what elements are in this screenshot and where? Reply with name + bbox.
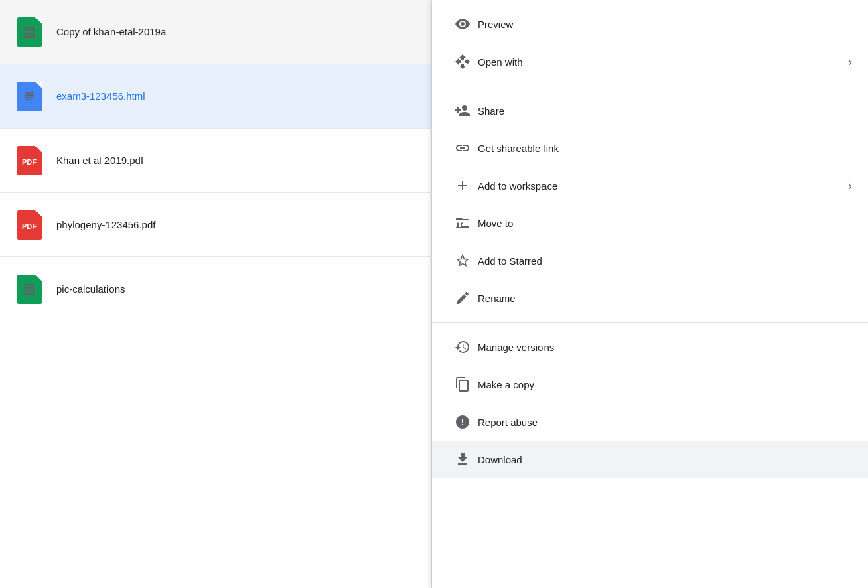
- download-menu-item[interactable]: Download: [432, 441, 868, 478]
- person-add-icon: [448, 102, 478, 119]
- file-name: pic-calculations: [56, 283, 125, 295]
- make-copy-label: Make a copy: [478, 379, 852, 390]
- history-icon: [448, 339, 478, 355]
- move-icon: [448, 54, 478, 70]
- add-starred-label: Add to Starred: [478, 255, 852, 267]
- folder-move-icon: [448, 215, 478, 231]
- svg-rect-2: [24, 32, 35, 34]
- context-menu: Preview Open with › Share: [432, 0, 868, 588]
- move-to-label: Move to: [478, 218, 852, 229]
- file-type-icon: PDF: [16, 212, 43, 238]
- menu-section-3: Manage versions Make a copy Report abuse: [432, 322, 868, 484]
- download-icon: [448, 451, 478, 467]
- preview-label: Preview: [478, 19, 852, 30]
- download-label: Download: [478, 454, 852, 465]
- plus-icon: [448, 177, 478, 194]
- get-link-menu-item[interactable]: Get shareable link: [432, 129, 868, 167]
- add-workspace-menu-item[interactable]: Add to workspace ›: [432, 167, 868, 204]
- svg-rect-1: [24, 29, 35, 31]
- menu-section-1: Preview Open with ›: [432, 0, 868, 86]
- file-type-icon: [16, 276, 43, 303]
- file-item[interactable]: exam3-123456.html: [0, 64, 431, 129]
- svg-rect-11: [24, 293, 35, 295]
- move-to-menu-item[interactable]: Move to: [432, 204, 868, 242]
- make-copy-menu-item[interactable]: Make a copy: [432, 366, 868, 403]
- file-type-icon: [16, 19, 43, 46]
- eye-icon: [448, 16, 478, 32]
- pdf-label: PDF: [22, 158, 37, 166]
- chevron-right-icon: ›: [848, 55, 852, 69]
- add-starred-menu-item[interactable]: Add to Starred: [432, 242, 868, 279]
- pdf-label: PDF: [22, 222, 37, 230]
- star-icon: [448, 252, 478, 269]
- file-item[interactable]: PDF Khan et al 2019.pdf: [0, 129, 431, 193]
- share-menu-item[interactable]: Share: [432, 92, 868, 129]
- file-name: exam3-123456.html: [56, 90, 145, 102]
- share-label: Share: [478, 105, 852, 117]
- add-workspace-label: Add to workspace: [478, 180, 848, 192]
- svg-rect-3: [24, 35, 35, 38]
- svg-rect-0: [24, 26, 35, 28]
- svg-rect-10: [24, 289, 35, 291]
- pencil-icon: [448, 290, 478, 306]
- file-name: phylogeny-123456.pdf: [56, 219, 155, 230]
- copy-icon: [448, 376, 478, 392]
- open-with-menu-item[interactable]: Open with ›: [432, 43, 868, 80]
- svg-rect-9: [24, 287, 35, 289]
- link-icon: [448, 140, 478, 156]
- rename-menu-item[interactable]: Rename: [432, 279, 868, 317]
- manage-versions-menu-item[interactable]: Manage versions: [432, 328, 868, 366]
- svg-rect-5: [25, 94, 33, 96]
- report-abuse-menu-item[interactable]: Report abuse: [432, 403, 868, 441]
- svg-rect-6: [25, 96, 33, 98]
- file-item[interactable]: pic-calculations: [0, 257, 431, 321]
- manage-versions-label: Manage versions: [478, 342, 852, 353]
- alert-circle-icon: [448, 414, 478, 430]
- file-list: Copy of khan-etal-2019a exam3-123456.htm…: [0, 0, 432, 588]
- svg-rect-8: [24, 283, 35, 285]
- svg-rect-4: [25, 92, 33, 94]
- chevron-right-icon: ›: [848, 179, 852, 193]
- get-link-label: Get shareable link: [478, 143, 852, 154]
- menu-section-2: Share Get shareable link Add to workspac…: [432, 86, 868, 322]
- report-abuse-label: Report abuse: [478, 417, 852, 428]
- preview-menu-item[interactable]: Preview: [432, 5, 868, 43]
- file-type-icon: PDF: [16, 147, 43, 174]
- svg-rect-7: [25, 99, 30, 100]
- open-with-label: Open with: [478, 56, 848, 68]
- rename-label: Rename: [478, 293, 852, 304]
- file-name: Copy of khan-etal-2019a: [56, 26, 166, 38]
- file-type-icon: [16, 83, 43, 110]
- file-item[interactable]: Copy of khan-etal-2019a: [0, 0, 431, 64]
- file-item[interactable]: PDF phylogeny-123456.pdf: [0, 193, 431, 257]
- file-name: Khan et al 2019.pdf: [56, 155, 143, 166]
